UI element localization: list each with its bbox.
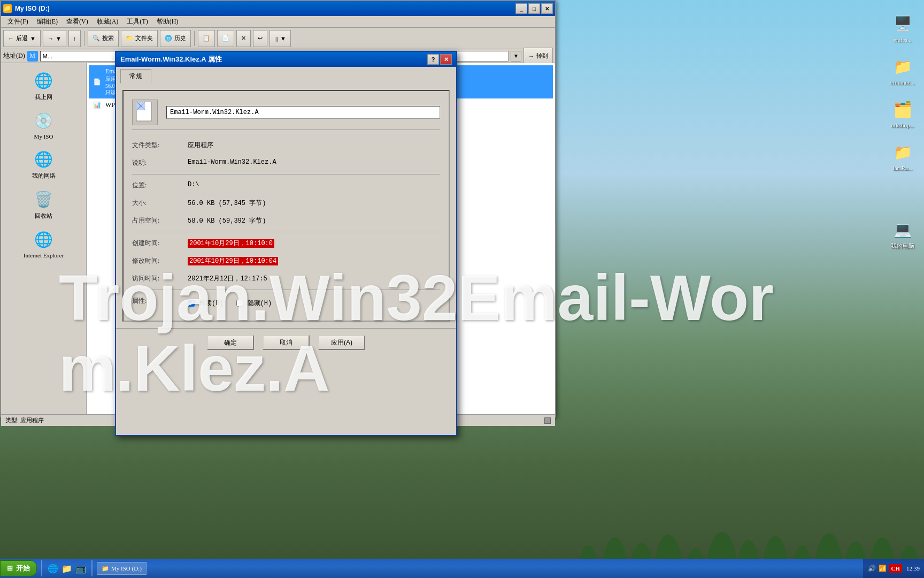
menu-help[interactable]: 帮助(H) [152,16,183,27]
toolbar-delete-button[interactable]: ✕ [236,30,251,47]
hidden-checkbox[interactable] [236,300,243,307]
taskbar-item-myiso[interactable]: 📁 My ISO (D:) [97,562,147,575]
explorer-maximize-button[interactable]: □ [528,3,540,14]
taskbar-tray: 🔊 📶 CH 12:39 [863,559,924,578]
file-big-icon [132,100,158,125]
menu-edit[interactable]: 编辑(E) [33,16,62,27]
sidebar-item-recycle[interactable]: 🗑️ 回收站 [3,184,84,224]
forward-dropdown-icon[interactable]: ▼ [56,35,61,42]
dialog-help-button[interactable]: ? [427,54,439,65]
attributes-value: 只读(R) 隐藏(H) [186,292,440,312]
created-time-highlighted: 2001年10月29日，10:10:0 [188,239,274,248]
location-value: D:\ [186,177,440,194]
modified-value: 2001年10月29日，10:10:04 [186,252,440,270]
sidebar-item-ie[interactable]: 🌐 Internet Explorer [3,224,84,263]
desktop-icon-ra-label: lan.Ra... [893,165,913,171]
menu-view[interactable]: 查看(V) [62,16,93,27]
explorer-title: My ISO (D:) [15,5,50,12]
menu-tools[interactable]: 工具(T) [122,16,152,27]
cancel-button[interactable]: 取消 [263,335,310,350]
toolbar-folders-button[interactable]: 📁 文件夹 [121,30,158,47]
file-type-label: 文件类型: [132,136,186,154]
quicklaunch-media-icon[interactable]: 📺 [74,562,87,575]
description-label: 说明: [132,154,186,172]
dialog-inner: 文件类型: 应用程序 说明: Email-Worm.Win32.Klez.A 位… [122,90,450,322]
disk-size-label: 占用空间: [132,212,186,230]
goto-button[interactable]: → 转到 [523,48,553,65]
dialog-titlebar-buttons: ? ✕ [427,54,452,65]
network-icon: 🌐 [33,148,55,170]
toolbar-history-button[interactable]: 🌐 历史 [160,30,191,47]
attributes-label: 属性: [132,292,186,312]
desktop-icon-performance[interactable]: 📁 ermannc... [881,54,924,88]
readonly-checkbox-row: 只读(R) 隐藏(H) [188,299,438,308]
file-name-input[interactable] [166,106,440,119]
explorer-close-button[interactable]: ✕ [541,3,553,14]
desktop-icon-ra[interactable]: 📁 lan.Ra... [881,139,924,173]
size-value: 56.0 KB (57,345 字节) [186,194,440,212]
address-dropdown-button[interactable]: ▼ [511,51,521,62]
toolbar-copy-button[interactable]: 📋 [198,30,215,47]
toolbar-forward-button[interactable]: → ▼ [43,30,66,47]
toolbar-up-button[interactable]: ↑ [68,30,81,47]
readonly-checkbox[interactable] [188,300,195,307]
file-item-wps-icon: 📊 [93,101,101,109]
file-type-value: 应用程序 [186,136,440,154]
ie-icon: 🌐 [33,229,55,250]
sidebar-item-internet[interactable]: 🌐 我上网 [3,65,84,105]
myiso-icon: 💿 [33,110,55,131]
explorer-titlebar-buttons: _ □ ✕ [515,3,553,14]
goto-arrow-icon: → [528,53,534,59]
views-dropdown-icon[interactable]: ▼ [280,35,286,42]
description-value: Email-Worm.Win32.Klez.A [186,154,440,172]
toolbar-views-button[interactable]: ||| ▼ [270,30,291,47]
toolbar-paste-button[interactable]: 📄 [217,30,234,47]
back-dropdown-icon[interactable]: ▼ [30,35,36,42]
desktop-icon-performance-label: ermannc... [890,79,915,86]
internet-icon: 🌐 [33,70,55,91]
desktop-icon-mycomputer-icon: 💻 [892,218,913,240]
taskbar-item-myiso-icon: 📁 [102,565,109,572]
explorer-toolbar: ← 后退 ▼ → ▼ ↑ 🔍 搜索 📁 文件夹 🌐 历史 📋 📄 ✕ ↩ |||… [1,28,555,49]
menu-favorites[interactable]: 收藏(A) [93,16,123,27]
desktop-icon-erates[interactable]: 🖥️ erates... [881,11,924,45]
taskbar-item-myiso-label: My ISO (D:) [111,565,142,572]
history-icon: 🌐 [165,35,172,42]
apply-button[interactable]: 应用(A) [318,335,365,350]
quicklaunch-explorer-icon[interactable]: 📁 [60,562,73,575]
desktop-icon-ra-icon: 📁 [892,141,913,163]
tray-sound-icon[interactable]: 🔊 [867,564,876,573]
toolbar-back-button[interactable]: ← 后退 ▼ [3,30,41,47]
forward-arrow-icon: → [48,35,53,42]
dialog-title: Email-Worm.Win32.Klez.A 属性 [120,55,427,64]
sidebar-item-network[interactable]: 🌐 我的网络 [3,144,84,184]
menu-file[interactable]: 文件(F) [3,16,33,27]
statusbar-resize-grip [544,417,551,424]
tray-network-icon[interactable]: 📶 [878,564,887,573]
start-button[interactable]: ⊞ 开始 [0,560,37,576]
taskbar-items: 📁 My ISO (D:) [95,562,863,575]
size-label: 大小: [132,194,186,212]
tray-ch-indicator[interactable]: CH [889,564,902,573]
modified-label: 修改时间: [132,252,186,270]
taskbar-separator-2 [91,560,93,576]
desktop-icon-erates-label: erates... [894,36,912,43]
explorer-titlebar[interactable]: 📁 My ISO (D:) _ □ ✕ [1,1,555,16]
desktop-icons-area: 🖥️ erates... 📁 ermannc... 🗂️ orkshop... … [550,0,924,401]
dialog-buttons: 确定 取消 应用(A) [116,328,456,356]
desktop-icon-mycomputer[interactable]: 💻 我的电脑 [881,216,924,252]
quicklaunch-ie-icon[interactable]: 🌐 [47,562,59,575]
ok-button[interactable]: 确定 [207,335,254,350]
sidebar-item-myiso[interactable]: 💿 My ISO [3,105,84,144]
toolbar-search-button[interactable]: 🔍 搜索 [88,30,119,47]
sidebar-myiso-label: My ISO [34,133,53,140]
dialog-close-button[interactable]: ✕ [440,54,452,65]
dialog-content: 文件类型: 应用程序 说明: Email-Worm.Win32.Klez.A 位… [116,83,456,328]
tab-general[interactable]: 常规 [120,69,151,83]
desktop-icon-mycomputer-label: 我的电脑 [891,242,914,250]
folders-icon: 📁 [126,35,133,42]
desktop-icon-workshop[interactable]: 🗂️ orkshop... [881,96,924,131]
toolbar-undo-button[interactable]: ↩ [253,30,267,47]
sidebar-internet-label: 我上网 [35,93,52,101]
explorer-minimize-button[interactable]: _ [515,3,527,14]
